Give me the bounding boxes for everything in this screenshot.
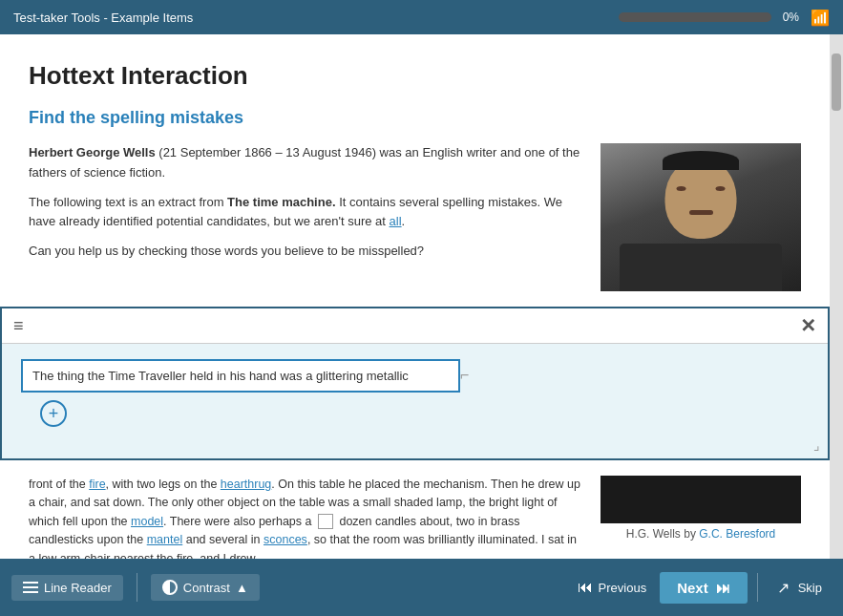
portrait-hair [663, 151, 739, 170]
close-icon[interactable]: ✕ [800, 314, 816, 337]
image-column [601, 143, 801, 291]
progress-bar-container [619, 12, 771, 22]
add-button[interactable]: + [40, 400, 67, 427]
hg-wells-photo [601, 143, 801, 291]
portrait-body [620, 244, 782, 291]
skip-icon: ↗ [777, 579, 790, 597]
progress-percent: 0% [783, 11, 799, 24]
page-title: Hottext Interaction [29, 61, 801, 91]
all-link[interactable]: all [390, 214, 402, 228]
popup-modal: ≡ ✕ The thing the Time Traveller held in… [0, 307, 830, 460]
scrolled-section: front of the fire, with two legs on the … [0, 476, 830, 559]
scrolled-text-col: front of the fire, with two legs on the … [29, 476, 581, 559]
scrolled-text-4: . There were also perhaps a [163, 515, 315, 528]
checkbox-inline[interactable] [318, 514, 333, 529]
add-row: + [21, 393, 809, 427]
para-1: Herbert George Wells (21 September 1866 … [29, 143, 581, 183]
popup-header: ≡ ✕ [2, 308, 828, 344]
resize-corner-icon[interactable]: ⌟ [813, 437, 820, 453]
scrollbar[interactable] [830, 34, 843, 559]
previous-button[interactable]: ⏮ Previous [568, 573, 657, 602]
para-2: The following text is an extract from Th… [29, 193, 581, 233]
app-title: Test-taker Tools - Example Items [13, 11, 193, 25]
resize-handle[interactable]: ⌐ [460, 359, 470, 392]
model-link[interactable]: model [131, 515, 163, 528]
portrait-eye-left [677, 186, 686, 191]
scrolled-text-2: , with two legs on the [106, 478, 221, 491]
author-name: Herbert George Wells [29, 145, 156, 159]
para2-end: . [402, 214, 406, 228]
scrolled-text-6: and several in [182, 533, 263, 546]
hottext-input[interactable]: The thing the Time Traveller held in his… [21, 359, 460, 393]
line-reader-label: Line Reader [44, 581, 112, 595]
contrast-arrow: ▲ [236, 581, 248, 595]
scrollbar-thumb[interactable] [832, 53, 841, 111]
contrast-icon [162, 580, 178, 595]
para2-start: The following text is an extract from [29, 195, 227, 209]
toolbar-left: Line Reader Contrast ▲ [11, 573, 260, 602]
toolbar-divider-2 [757, 573, 758, 602]
portrait-mustache [689, 210, 713, 215]
text-column: Herbert George Wells (21 September 1866 … [29, 143, 581, 291]
scrolled-para: front of the fire, with two legs on the … [29, 476, 581, 559]
toolbar-divider-1 [137, 573, 137, 602]
sconces-link[interactable]: sconces [263, 533, 307, 546]
hamburger-icon[interactable]: ≡ [13, 316, 24, 336]
mantel-link[interactable]: mantel [147, 533, 183, 546]
lines-icon [23, 582, 38, 593]
subtitle: Find the spelling mistakes [29, 108, 801, 128]
next-button[interactable]: Next ⏭ [660, 572, 748, 604]
image-caption: H.G. Wells by G.C. Beresford [601, 527, 801, 541]
portrait-eye-right [716, 186, 726, 191]
toolbar-right: ⏮ Previous Next ⏭ ↗ Skip [568, 572, 832, 604]
portrait-bottom [601, 476, 801, 523]
caption-name: H.G. Wells [626, 527, 681, 541]
scrolled-text-1: front of the [29, 478, 89, 491]
book-title: The time machine. [227, 195, 335, 209]
previous-icon: ⏮ [578, 579, 593, 596]
wifi-icon: 📶 [811, 9, 830, 27]
content-area: Hottext Interaction Find the spelling mi… [0, 34, 830, 310]
input-row: The thing the Time Traveller held in his… [21, 359, 809, 393]
hearthrug-link[interactable]: hearthrug [221, 478, 272, 491]
contrast-label: Contrast [183, 581, 230, 595]
para-3: Can you help us by checking those words … [29, 242, 581, 262]
contrast-button[interactable]: Contrast ▲ [151, 574, 260, 601]
fire-link[interactable]: fire [89, 478, 105, 491]
skip-button[interactable]: ↗ Skip [768, 573, 832, 603]
image-caption-col: H.G. Wells by G.C. Beresford [601, 476, 801, 559]
top-bar-right: 0% 📶 [619, 9, 830, 27]
caption-by: by [681, 527, 699, 541]
top-bar: Test-taker Tools - Example Items 0% 📶 [0, 0, 843, 34]
previous-label: Previous [599, 581, 647, 595]
main-content: Hottext Interaction Find the spelling mi… [0, 34, 843, 559]
skip-label: Skip [798, 581, 822, 595]
bottom-toolbar: Line Reader Contrast ▲ ⏮ Previous Next ⏭… [0, 559, 843, 616]
next-icon: ⏭ [716, 580, 730, 596]
next-label: Next [677, 580, 708, 596]
caption-artist: G.C. Beresford [699, 527, 775, 541]
line-reader-button[interactable]: Line Reader [11, 575, 123, 601]
two-column-layout: Herbert George Wells (21 September 1866 … [29, 143, 801, 291]
popup-body: The thing the Time Traveller held in his… [2, 344, 828, 458]
